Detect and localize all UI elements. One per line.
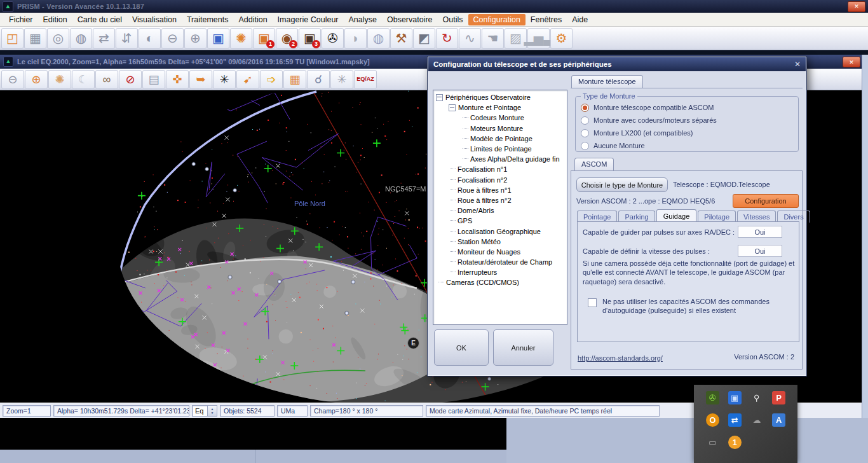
binoculars-icon[interactable]: ∞ — [95, 70, 118, 89]
zoom-in-icon[interactable]: ⊕ — [184, 28, 207, 49]
menu-edition[interactable]: Edition — [38, 14, 72, 25]
calib-icon[interactable]: ◩ — [413, 28, 435, 49]
spinner-down-icon[interactable]: ▼ — [211, 411, 214, 415]
expand-icon[interactable]: ✜ — [166, 70, 189, 89]
flip-arrow-icon[interactable]: ➥ — [189, 70, 212, 89]
translator-tray-icon[interactable]: A — [772, 413, 785, 427]
tree-item[interactable]: Monture et Pointage — [433, 102, 567, 113]
tree-item[interactable]: Limites de Pointage — [433, 144, 567, 154]
tree-item[interactable]: Focalisation n°2 — [433, 175, 567, 185]
rotate-icon[interactable]: ↻ — [436, 28, 458, 49]
camera-3-icon[interactable]: ▣ 3 — [299, 28, 321, 49]
tree-item[interactable]: Moniteur de Nuages — [433, 247, 567, 257]
map-gear-icon[interactable]: ✺ — [48, 70, 71, 89]
ephemeris-table-icon[interactable]: ▦ — [283, 70, 306, 89]
tab-ascom[interactable]: ASCOM — [574, 158, 614, 170]
print-icon[interactable]: ▤ — [142, 70, 165, 89]
radio-option[interactable]: Monture LX200 (et compatibles) — [581, 127, 793, 139]
tree-item[interactable]: Dome/Abris — [433, 205, 567, 216]
gears-icon[interactable]: ⚙ — [550, 28, 573, 49]
tree-item[interactable]: Interrupteurs — [433, 267, 567, 277]
save-icon[interactable]: ▦ — [24, 28, 46, 49]
ok-button[interactable]: OK — [434, 329, 489, 366]
info-globe-icon[interactable]: ◍ — [70, 28, 92, 49]
onedrive-tray-icon[interactable]: ☁ — [750, 413, 763, 427]
menu-fichier[interactable]: Fichier — [4, 14, 38, 25]
configuration-button[interactable]: Configuration — [733, 194, 799, 208]
compress-icon[interactable]: ✳ — [213, 70, 236, 89]
choose-mount-button[interactable]: Choisir le type de Monture — [576, 177, 668, 192]
crescent-icon[interactable]: ☾ — [72, 70, 95, 89]
step-arrow-icon[interactable]: ➩ — [260, 70, 283, 89]
tree-item[interactable]: Moteurs Monture — [433, 123, 567, 134]
forbid-icon[interactable]: ⊘ — [119, 70, 142, 89]
wrench-icon[interactable]: ⚒ — [390, 28, 412, 49]
hand-icon[interactable]: ☚ — [482, 28, 504, 49]
drop-icon[interactable]: ◗ — [344, 28, 367, 49]
search-image-icon[interactable]: ◎ — [47, 28, 69, 49]
contrast-icon[interactable]: ◐ — [139, 28, 161, 49]
menu-observatoire[interactable]: Observatoire — [382, 14, 438, 25]
sky-close-icon[interactable]: ✕ — [843, 57, 860, 67]
map-zoom-in-icon[interactable]: ⊕ — [25, 70, 48, 89]
menu-analyse[interactable]: Analyse — [344, 14, 382, 25]
swoosh-arrow-icon[interactable]: ➹ — [236, 70, 259, 89]
tree-item[interactable]: Cameras (CCD/CMOS) — [433, 277, 567, 287]
tab-monture-telescope[interactable]: Monture télescope — [571, 75, 643, 88]
display-tray-icon[interactable]: ▣ — [728, 391, 742, 404]
menu-addition[interactable]: Addition — [233, 14, 272, 25]
tree-item[interactable]: Focalisation n°1 — [433, 164, 567, 174]
tree-item[interactable]: GPS — [433, 216, 567, 226]
tree-item[interactable]: Roue à filtres n°2 — [433, 195, 567, 205]
menu-traitements[interactable]: Traitements — [182, 14, 234, 25]
histogram-icon[interactable]: ▂▅▃ — [527, 28, 550, 49]
solar-system-icon[interactable]: ☌ — [307, 70, 330, 89]
radio-option[interactable]: Aucune Monture — [581, 139, 793, 152]
curve-icon[interactable]: ∿ — [459, 28, 481, 49]
tree-item[interactable]: Rotateur/dérotateur de Champ — [433, 257, 567, 267]
preview-zoom-icon[interactable]: ▣ — [207, 28, 229, 49]
radio-option[interactable]: Monture télescope compatible ASCOM — [581, 101, 793, 114]
prism-tray-icon[interactable]: P — [772, 391, 785, 404]
menu-fenetres[interactable]: Fenêtres — [526, 14, 567, 25]
menu-visualisation[interactable]: Visualisation — [127, 14, 182, 25]
flip-vertical-icon[interactable]: ⇵ — [116, 28, 138, 49]
ascom-standards-link[interactable]: http://ascom-standards.org/ — [578, 354, 663, 362]
tree-item[interactable]: Roue à filtres n°1 — [433, 185, 567, 195]
cancel-button[interactable]: Annuler — [493, 329, 553, 366]
menu-imagerie-couleur[interactable]: Imagerie Couleur — [273, 14, 344, 25]
subtab-guidage[interactable]: Guidage — [656, 209, 697, 223]
updates-tray-icon[interactable]: 1 — [728, 436, 742, 449]
dialog-titlebar[interactable]: Configuration du télescope et de ses pér… — [428, 57, 806, 71]
tree-item[interactable]: Périphériques Observatoire — [433, 92, 567, 102]
tree-item[interactable]: Codeurs Monture — [433, 113, 567, 123]
menu-carte-du-ciel[interactable]: Carte du ciel — [72, 14, 127, 25]
menu-outils[interactable]: Outils — [438, 14, 468, 25]
radio-option[interactable]: Monture avec codeurs/moteurs séparés — [581, 114, 793, 127]
tree-item[interactable]: Modèle de Pointage — [433, 134, 567, 144]
telescope-icon[interactable]: ✇ — [322, 28, 344, 49]
tree-item[interactable]: Station Météo — [433, 237, 567, 247]
nvidia-tray-icon[interactable]: ✇ — [706, 391, 719, 404]
menu-configuration[interactable]: Configuration — [468, 14, 526, 25]
pulseguide-checkbox[interactable] — [588, 298, 597, 307]
camera-1-icon[interactable]: ▣ 1 — [253, 28, 275, 49]
teamviewer-tray-icon[interactable]: ⇄ — [728, 413, 742, 427]
dialog-close-icon[interactable]: ✕ — [794, 60, 801, 69]
usb-tray-icon[interactable]: ⚲ — [750, 391, 763, 404]
tree-item[interactable]: Axes Alpha/Delta guidage fin — [433, 154, 567, 164]
flip-horizontal-icon[interactable]: ⇄ — [93, 28, 115, 49]
spinner-icons[interactable]: ▲ ▼ — [207, 406, 217, 416]
zoom-out-icon[interactable]: ⊖ — [161, 28, 184, 49]
tree-expand-icon[interactable] — [449, 104, 456, 111]
avira-tray-icon[interactable]: O — [706, 413, 719, 427]
tree-item[interactable]: Localisation Géographique — [433, 226, 567, 236]
camera-2-icon[interactable]: ◉ 2 — [276, 28, 298, 49]
tree-expand-icon[interactable] — [436, 94, 443, 101]
open-image-icon[interactable]: ◰ — [1, 28, 24, 49]
close-icon[interactable]: ✕ — [848, 1, 865, 12]
frame-select[interactable]: Eq ▲ ▼ — [192, 405, 217, 417]
menu-aide[interactable]: Aide — [567, 14, 593, 25]
sky-sphere-icon[interactable]: ◍ — [367, 28, 390, 49]
device-tray-icon[interactable]: ▭ — [706, 436, 719, 449]
